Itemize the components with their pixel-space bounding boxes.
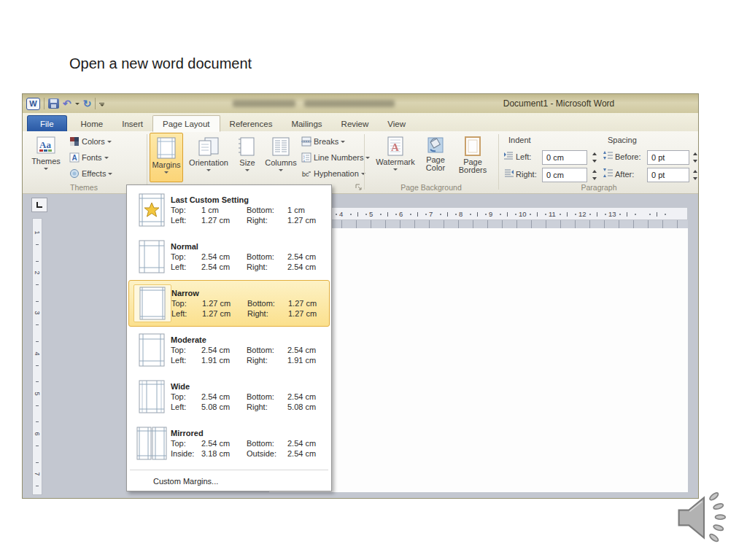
margins-button[interactable]: Margins <box>150 133 183 182</box>
group-divider <box>498 134 499 190</box>
indent-right-label: Right: <box>516 170 537 179</box>
save-icon[interactable] <box>48 98 59 109</box>
customize-qat-icon[interactable] <box>99 101 104 106</box>
moderate-margins-icon <box>139 333 165 367</box>
theme-colors-icon <box>69 136 80 147</box>
size-icon <box>238 136 257 157</box>
redo-icon[interactable]: ↻ <box>83 98 92 109</box>
page-background-group-label: Page Background <box>365 183 497 192</box>
menu-item-mirrored[interactable]: Mirrored Top:2.54 cm Bottom:2.54 cm Insi… <box>128 420 330 467</box>
ribbon-tab-row: File Home Insert Page Layout References … <box>23 113 698 131</box>
menu-separator <box>130 470 328 470</box>
line-numbers-button[interactable]: 123 Line Numbers <box>301 150 370 165</box>
indent-left-icon <box>504 151 514 160</box>
separator <box>95 98 96 109</box>
spacing-before-input[interactable]: 0 pt <box>647 150 689 165</box>
undo-dropdown-icon[interactable] <box>75 103 80 105</box>
theme-fonts-icon: A <box>69 152 80 163</box>
dropdown-arrow-icon <box>245 169 249 171</box>
menu-item-normal[interactable]: Normal Top:2.54 cm Bottom:2.54 cm Left:2… <box>128 233 330 280</box>
dropdown-arrow-icon <box>365 157 370 159</box>
title-bar: W ↶ ↻ Document1 - Microsoft Word <box>23 94 698 113</box>
spacing-heading: Spacing <box>608 136 637 144</box>
menu-item-last-custom-setting[interactable]: Last Custom Setting Top:1 cm Bottom:1 cm… <box>128 187 330 233</box>
separator <box>44 98 44 109</box>
indent-left-input[interactable]: 0 cm <box>542 150 587 165</box>
dropdown-arrow-icon <box>164 171 169 174</box>
page-borders-icon <box>465 136 481 156</box>
dropdown-arrow-icon <box>393 168 398 171</box>
margins-icon <box>157 137 176 159</box>
dropdown-arrow-icon <box>107 141 112 143</box>
indent-right-spinner[interactable] <box>590 168 598 182</box>
quick-access-toolbar: W ↶ ↻ <box>26 96 104 112</box>
themes-button[interactable]: Aa Themes <box>26 133 66 182</box>
tab-references[interactable]: References <box>220 116 282 131</box>
dropdown-arrow-icon <box>104 157 109 159</box>
spacing-before-spinner[interactable] <box>691 150 699 165</box>
svg-text:A: A <box>72 154 77 162</box>
line-numbers-icon: 123 <box>301 152 311 163</box>
columns-button[interactable]: Columns <box>263 133 298 182</box>
vertical-ruler[interactable]: 1 2 3 4 5 6 7 <box>32 218 42 495</box>
dropdown-arrow-icon <box>108 173 112 175</box>
tab-view[interactable]: View <box>378 116 415 131</box>
hyphenation-button[interactable]: bc Hyphenation <box>301 166 365 181</box>
theme-colors-button[interactable]: Colors <box>69 134 112 149</box>
wide-margins-icon <box>139 380 165 413</box>
size-button[interactable]: Size <box>233 133 262 182</box>
word-logo-icon[interactable]: W <box>26 98 40 110</box>
theme-fonts-button[interactable]: A Fonts <box>69 150 109 165</box>
mirrored-margins-icon <box>136 427 167 460</box>
orientation-button[interactable]: Orientation <box>186 133 231 182</box>
window-title: Document1 - Microsoft Word <box>460 98 657 109</box>
document-page[interactable] <box>269 228 688 492</box>
tab-insert[interactable]: Insert <box>112 116 152 131</box>
last-custom-setting-icon <box>139 193 165 227</box>
indent-right-input[interactable]: 0 cm <box>542 168 587 182</box>
menu-item-wide[interactable]: Wide Top:2.54 cm Bottom:2.54 cm Left:5.0… <box>128 373 330 420</box>
indent-left-spinner[interactable] <box>590 150 598 165</box>
dropdown-arrow-icon <box>206 169 211 171</box>
tab-mailings[interactable]: Mailings <box>282 116 331 131</box>
page-borders-button[interactable]: Page Borders <box>454 133 491 182</box>
slide-title: Open a new word document <box>69 55 252 72</box>
orientation-icon <box>198 136 220 157</box>
tab-file[interactable]: File <box>27 115 67 131</box>
spacing-after-input[interactable]: 0 pt <box>647 168 689 182</box>
tab-stop-icon <box>36 202 42 208</box>
breaks-button[interactable]: Breaks <box>301 134 345 149</box>
spacing-after-label: After: <box>615 170 634 179</box>
ribbon: Aa Themes Colors A Fonts <box>23 131 698 194</box>
blurred-text <box>304 100 395 107</box>
tab-home[interactable]: Home <box>71 116 113 131</box>
dropdown-arrow-icon <box>279 169 283 171</box>
theme-effects-button[interactable]: Effects <box>69 166 112 181</box>
page-color-button[interactable]: Page Color <box>419 133 452 182</box>
hyphenation-icon: bc <box>301 168 311 179</box>
custom-margins-menu-item[interactable]: Custom Margins... <box>128 473 330 489</box>
tab-stop-selector[interactable] <box>31 198 47 212</box>
audio-speaker-icon[interactable] <box>673 489 735 547</box>
menu-item-narrow[interactable]: Narrow Top:1.27 cm Bottom:1.27 cm Left:1… <box>128 280 330 327</box>
columns-icon <box>271 136 290 157</box>
tab-review[interactable]: Review <box>332 116 379 131</box>
watermark-button[interactable]: A Watermark <box>374 133 417 182</box>
indent-right-icon <box>504 168 514 177</box>
indent-left-label: Left: <box>516 152 531 161</box>
normal-margins-icon <box>139 240 165 273</box>
tab-page-layout[interactable]: Page Layout <box>152 115 220 132</box>
page-color-icon <box>427 136 444 154</box>
group-divider <box>147 134 147 190</box>
word-window: W ↶ ↻ Document1 - Microsoft Word File Ho… <box>22 93 699 499</box>
watermark-icon: A <box>387 136 403 156</box>
svg-text:Aa: Aa <box>39 139 51 150</box>
spacing-before-label: Before: <box>615 152 640 161</box>
spacing-after-spinner[interactable] <box>691 168 699 182</box>
breaks-icon <box>301 136 311 147</box>
menu-item-moderate[interactable]: Moderate Top:2.54 cm Bottom:2.54 cm Left… <box>128 327 330 373</box>
page-setup-dialog-launcher-icon[interactable] <box>355 184 363 191</box>
spacing-after-icon <box>603 168 613 177</box>
theme-effects-icon <box>69 168 80 179</box>
undo-icon[interactable]: ↶ <box>63 98 71 109</box>
